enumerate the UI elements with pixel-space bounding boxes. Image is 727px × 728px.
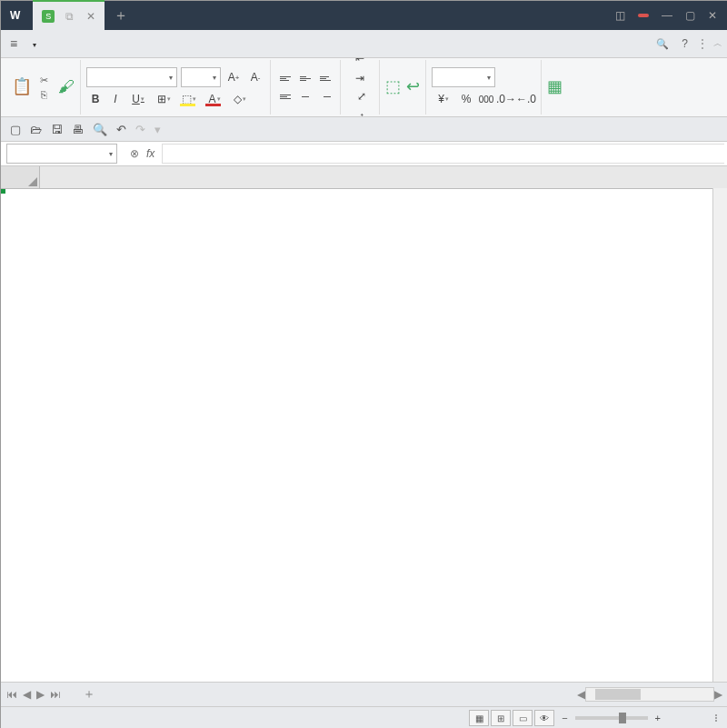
- increase-decimal-button[interactable]: .0→: [497, 91, 515, 107]
- tab-overflow-icon[interactable]: ⧉: [65, 10, 74, 23]
- align-center-button[interactable]: [296, 88, 314, 105]
- indent-increase-button[interactable]: ⇥: [348, 70, 372, 86]
- qat-open-icon[interactable]: 🗁: [30, 123, 42, 136]
- menu-bar: ≡ ▾ 🔍 ? ⋮ ︿: [1, 30, 727, 58]
- zoom-out-button[interactable]: −: [562, 713, 567, 723]
- orientation-button[interactable]: ⤢: [350, 88, 373, 105]
- font-color-button[interactable]: A▾: [203, 91, 226, 107]
- ribbon: 📋 ✂ ⎘ 🖌 ▾ ▾ A+ A-: [1, 58, 727, 117]
- sheet-nav-first-icon[interactable]: ⏮: [6, 688, 17, 701]
- bold-button[interactable]: B: [86, 91, 105, 107]
- new-tab-button[interactable]: ＋: [105, 6, 137, 25]
- qat-print-icon[interactable]: 🖶: [72, 123, 84, 136]
- wps-icon: W: [10, 9, 20, 22]
- maximize-icon[interactable]: ▢: [685, 9, 695, 22]
- file-tab-active[interactable]: S ⧉ ✕: [33, 0, 105, 31]
- cut-icon: ✂: [37, 75, 50, 86]
- hscroll-left-icon[interactable]: ◀: [577, 688, 585, 701]
- cell-selection: [1, 189, 5, 193]
- fx-icon[interactable]: fx: [146, 147, 154, 160]
- fill-color-button[interactable]: ⬚▾: [177, 91, 201, 107]
- horizontal-scrollbar[interactable]: [585, 687, 714, 702]
- search-icon: 🔍: [656, 38, 669, 50]
- menu-more-icon[interactable]: ⋮: [697, 37, 710, 50]
- view-pagebreak-button[interactable]: ⊞: [491, 710, 511, 726]
- qat-new-icon[interactable]: ▢: [10, 123, 21, 136]
- text-direction-button[interactable]: ↕: [350, 108, 373, 117]
- qat-save-icon[interactable]: 🖫: [51, 123, 63, 136]
- conditional-format-button[interactable]: ▦: [547, 76, 563, 98]
- wrap-icon: ↩: [406, 76, 420, 96]
- view-normal-button[interactable]: ▦: [469, 710, 489, 726]
- decrease-decimal-button[interactable]: ←.0: [517, 91, 535, 107]
- clear-format-button[interactable]: ◇▾: [228, 91, 252, 107]
- paste-icon: 📋: [12, 76, 32, 96]
- decrease-font-button[interactable]: A-: [246, 69, 264, 85]
- qat-preview-icon[interactable]: 🔍: [93, 123, 107, 136]
- formula-bar: ▾ ⊗ fx: [1, 142, 727, 166]
- sheet-nav-last-icon[interactable]: ⏭: [50, 688, 61, 701]
- sheet-nav-next-icon[interactable]: ▶: [36, 688, 45, 701]
- sheet-tabs-bar: ⏮ ◀ ▶ ⏭ ＋ ◀ ▶: [1, 682, 727, 706]
- comma-button[interactable]: 000: [477, 91, 495, 107]
- align-bottom-button[interactable]: [316, 70, 334, 86]
- border-button[interactable]: ⊞▾: [152, 91, 175, 107]
- formula-input[interactable]: [162, 144, 724, 164]
- align-left-button[interactable]: [276, 88, 294, 105]
- sheet-area: ⏮ ◀ ▶ ⏭ ＋ ◀ ▶: [1, 166, 727, 706]
- view-reading-button[interactable]: ▭: [513, 710, 533, 726]
- close-window-icon[interactable]: ✕: [708, 9, 717, 22]
- qat-more-icon[interactable]: ▾: [154, 123, 161, 136]
- brush-icon: 🖌: [58, 77, 75, 96]
- spreadsheet-icon: S: [42, 10, 55, 23]
- quick-access-toolbar: ▢ 🗁 🖫 🖶 🔍 ↶ ↷ ▾: [1, 117, 727, 142]
- menu-file[interactable]: ▾: [25, 35, 43, 53]
- copy-button[interactable]: ⎘: [37, 89, 53, 100]
- italic-button[interactable]: I: [106, 91, 124, 107]
- name-box-caret-icon: ▾: [109, 150, 113, 158]
- wrap-text-button[interactable]: ↩: [406, 76, 420, 98]
- zoom-in-button[interactable]: +: [655, 713, 661, 723]
- paste-button[interactable]: 📋: [12, 76, 32, 98]
- underline-button[interactable]: U▾: [126, 91, 150, 107]
- number-format-select[interactable]: ▾: [432, 67, 495, 87]
- minimize-icon[interactable]: —: [662, 9, 672, 22]
- percent-button[interactable]: %: [457, 91, 475, 107]
- app-logo: W: [1, 9, 33, 22]
- format-painter-button[interactable]: 🖌: [58, 77, 75, 98]
- increase-font-button[interactable]: A+: [224, 69, 243, 85]
- name-box[interactable]: ▾: [6, 144, 117, 164]
- title-bar: W S ⧉ ✕ ＋ ◫ — ▢ ✕: [1, 1, 727, 30]
- fill-handle[interactable]: [1, 189, 5, 194]
- fx-cancel-icon[interactable]: ⊗: [130, 147, 139, 160]
- align-right-button[interactable]: [316, 88, 334, 105]
- align-middle-button[interactable]: [296, 70, 314, 86]
- indent-decrease-button[interactable]: ⇤: [348, 58, 372, 66]
- cond-format-icon: ▦: [547, 76, 563, 96]
- add-sheet-button[interactable]: ＋: [74, 686, 105, 703]
- qat-undo-icon[interactable]: ↶: [116, 123, 126, 136]
- close-tab-icon[interactable]: ✕: [86, 10, 95, 23]
- menu-hamburger-icon[interactable]: ≡: [6, 36, 21, 51]
- pin-icon[interactable]: ◫: [615, 9, 625, 22]
- font-name-select[interactable]: ▾: [86, 67, 177, 87]
- hscroll-right-icon[interactable]: ▶: [714, 688, 722, 701]
- currency-button[interactable]: ¥▾: [432, 91, 455, 107]
- menu-search[interactable]: 🔍: [656, 38, 672, 50]
- login-button[interactable]: [638, 14, 649, 17]
- merge-center-button[interactable]: ⬚: [385, 76, 401, 98]
- menu-help-icon[interactable]: ?: [676, 37, 693, 50]
- merge-icon: ⬚: [385, 76, 401, 96]
- qat-redo-icon[interactable]: ↷: [135, 123, 145, 136]
- select-all-corner[interactable]: [1, 166, 40, 188]
- cut-button[interactable]: ✂: [37, 75, 53, 86]
- sheet-nav-prev-icon[interactable]: ◀: [23, 688, 31, 701]
- view-eye-button[interactable]: 👁: [534, 710, 554, 726]
- status-menu-icon[interactable]: [712, 714, 721, 722]
- align-top-button[interactable]: [276, 70, 294, 86]
- font-size-select[interactable]: ▾: [181, 67, 221, 87]
- menu-collapse-icon[interactable]: ︿: [713, 37, 722, 50]
- copy-icon: ⎘: [37, 89, 50, 100]
- zoom-slider[interactable]: [575, 716, 648, 720]
- vertical-scrollbar[interactable]: [712, 188, 727, 682]
